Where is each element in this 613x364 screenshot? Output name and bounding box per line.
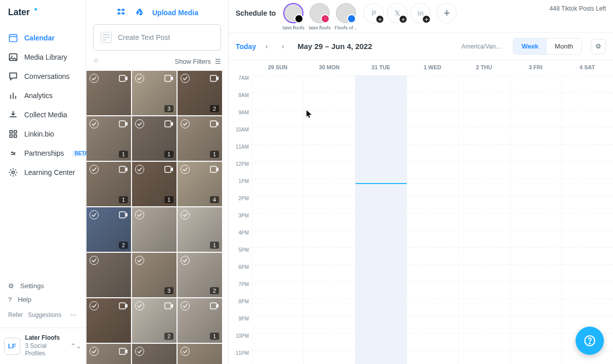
sidebar-item-label: Calendar (24, 34, 55, 42)
suggestions-link[interactable]: Suggestions (28, 311, 61, 318)
plus-icon: + (375, 15, 384, 24)
select-check-icon[interactable] (90, 74, 99, 83)
day-column[interactable] (510, 75, 561, 364)
select-check-icon[interactable] (181, 301, 190, 310)
week-view-button[interactable]: Week (513, 38, 547, 54)
more-icon[interactable]: ⋯ (70, 311, 77, 318)
select-check-icon[interactable] (181, 347, 190, 356)
select-check-icon[interactable] (181, 74, 190, 83)
select-check-icon[interactable] (135, 256, 144, 265)
media-thumbnail[interactable]: 4 (178, 162, 222, 206)
sidebar-item-collect-media[interactable]: Collect Media (0, 105, 85, 124)
select-check-icon[interactable] (181, 165, 190, 174)
sidebar-item-analytics[interactable]: Analytics (0, 86, 85, 105)
sidebar-item-calendar[interactable]: Calendar (0, 28, 85, 48)
day-column[interactable] (407, 75, 458, 364)
select-check-icon[interactable] (181, 210, 190, 219)
time-label: 9AM (229, 110, 252, 127)
video-icon (210, 165, 219, 174)
day-column[interactable] (561, 75, 613, 364)
select-check-icon[interactable] (135, 165, 144, 174)
sidebar-item-linkin-bio[interactable]: Linkin.bio (0, 124, 85, 144)
media-thumbnail[interactable]: 3 (132, 253, 177, 297)
svg-rect-14 (119, 75, 125, 81)
usage-count-badge: 1 (210, 242, 219, 249)
account-avatar-tiktok[interactable] (283, 3, 303, 23)
media-thumbnail[interactable] (86, 71, 131, 115)
settings-link[interactable]: ⚙Settings (8, 279, 77, 293)
show-filters-button[interactable]: Show Filters ☰ (174, 58, 221, 65)
media-thumbnail[interactable]: 1 (132, 116, 177, 161)
upload-media-button[interactable]: Upload Media (152, 9, 198, 17)
media-thumbnail[interactable]: 1 (86, 162, 131, 206)
calendar-settings-button[interactable]: ⚙ (591, 39, 606, 54)
day-column[interactable] (303, 75, 355, 364)
today-button[interactable]: Today (236, 42, 256, 51)
media-thumbnail[interactable]: 2 (178, 253, 222, 297)
time-label: 10PM (229, 333, 252, 350)
refer-link[interactable]: Refer (8, 311, 23, 318)
day-column[interactable] (458, 75, 510, 364)
ig-badge-icon (321, 14, 330, 23)
account-avatar-fb[interactable] (336, 3, 356, 23)
select-check-icon[interactable] (135, 347, 144, 356)
add-social-button[interactable]: + (436, 3, 457, 23)
select-check-icon[interactable] (135, 210, 144, 219)
media-thumbnail[interactable] (86, 253, 131, 297)
gdrive-icon[interactable] (134, 7, 145, 18)
media-thumbnail[interactable]: 2 (132, 298, 177, 343)
next-week-button[interactable]: › (277, 41, 288, 52)
media-thumbnail[interactable] (132, 344, 177, 364)
select-check-icon[interactable] (90, 210, 99, 219)
media-thumbnail[interactable] (86, 344, 131, 364)
time-label: 7AM (229, 75, 252, 93)
add-pinterest-button[interactable]: P+ (364, 3, 384, 23)
day-column[interactable] (252, 75, 303, 364)
add-linkedin-button[interactable]: in+ (410, 3, 430, 23)
tiktok-badge-icon (294, 14, 303, 23)
media-thumbnail[interactable]: 1 (178, 207, 222, 252)
media-thumbnail[interactable]: 1 (178, 298, 222, 343)
sidebar-item-conversations[interactable]: Conversations (0, 67, 85, 86)
media-thumbnail[interactable] (178, 344, 222, 364)
select-check-icon[interactable] (90, 347, 99, 356)
media-thumbnail[interactable]: 2 (86, 207, 131, 252)
select-check-icon[interactable] (90, 165, 99, 174)
svg-rect-26 (210, 303, 216, 309)
sidebar-item-learning-center[interactable]: Learning Center (0, 163, 85, 182)
select-check-icon[interactable] (135, 74, 144, 83)
media-thumbnail[interactable] (132, 207, 177, 252)
svg-rect-17 (119, 121, 125, 127)
select-check-icon[interactable] (181, 256, 190, 265)
help-chat-button[interactable] (576, 327, 604, 355)
image-icon (8, 52, 18, 62)
sidebar-item-partnerships[interactable]: PartnershipsBETA (0, 144, 85, 163)
media-thumbnail[interactable]: 1 (178, 116, 222, 161)
timezone-label[interactable]: America/Van… (461, 43, 502, 50)
add-twitter-button[interactable]: 𝕏+ (387, 3, 407, 23)
select-check-icon[interactable] (90, 301, 99, 310)
help-link[interactable]: ?Help (8, 293, 77, 306)
select-check-icon[interactable] (90, 256, 99, 265)
media-thumbnail[interactable] (86, 298, 131, 343)
media-thumbnail[interactable]: 2 (178, 71, 222, 115)
media-thumbnail[interactable]: 1 (132, 162, 177, 206)
dropbox-icon[interactable] (116, 7, 127, 18)
favorite-filter-icon[interactable]: ☆ (93, 57, 102, 66)
day-column[interactable] (355, 75, 407, 364)
select-check-icon[interactable] (181, 119, 190, 128)
account-avatar-ig[interactable] (310, 3, 330, 23)
select-check-icon[interactable] (135, 301, 144, 310)
media-thumbnail[interactable]: 3 (132, 71, 177, 115)
usage-count-badge: 2 (164, 333, 173, 340)
sidebar-item-media-library[interactable]: Media Library (0, 48, 85, 67)
prev-week-button[interactable]: ‹ (261, 41, 272, 52)
create-text-post[interactable]: Create Text Post (93, 24, 221, 51)
media-thumbnail[interactable]: 1 (86, 116, 131, 161)
svg-rect-18 (165, 121, 171, 127)
select-check-icon[interactable] (135, 119, 144, 128)
month-view-button[interactable]: Month (547, 38, 581, 54)
svg-rect-27 (119, 348, 125, 354)
select-check-icon[interactable] (90, 119, 99, 128)
profile-switcher[interactable]: LF Later Floofs 3 Social Profiles ⌃⌄ (0, 328, 85, 364)
